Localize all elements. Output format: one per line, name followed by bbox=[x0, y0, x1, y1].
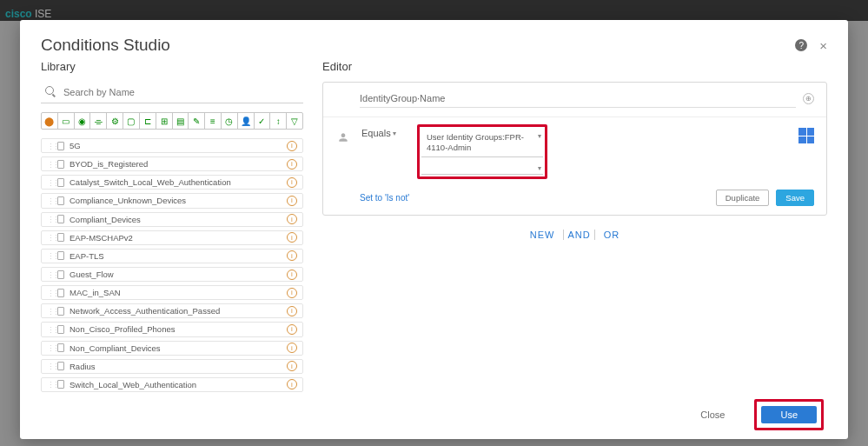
filter-wifi-icon[interactable]: ⌯ bbox=[90, 113, 107, 129]
condition-doc-icon bbox=[57, 289, 64, 297]
filter-filter-icon[interactable]: ▽ bbox=[287, 113, 302, 129]
drag-handle-icon[interactable] bbox=[47, 343, 52, 352]
use-highlight: Use bbox=[754, 399, 824, 430]
grid-view-icon[interactable] bbox=[798, 128, 814, 143]
help-icon[interactable]: ? bbox=[795, 39, 807, 51]
info-icon[interactable]: i bbox=[287, 343, 297, 353]
info-icon[interactable]: i bbox=[287, 159, 297, 170]
condition-doc-icon bbox=[57, 380, 64, 389]
filter-gear-icon[interactable]: ⚙ bbox=[107, 113, 123, 129]
library-item[interactable]: Network_Access_Authentication_Passedi bbox=[41, 303, 303, 318]
library-item[interactable]: EAP-MSCHAPv2i bbox=[41, 230, 303, 245]
drag-handle-icon[interactable] bbox=[47, 160, 52, 169]
filter-doc-icon[interactable]: ▤ bbox=[173, 113, 189, 129]
info-icon[interactable]: i bbox=[287, 141, 297, 151]
operator-select[interactable]: Equals▾ bbox=[361, 124, 408, 140]
library-list: 5GiBYOD_is_RegisterediCatalyst_Switch_Lo… bbox=[41, 138, 303, 392]
filter-clock-icon[interactable]: ◷ bbox=[222, 113, 238, 129]
library-item[interactable]: BYOD_is_Registeredi bbox=[41, 156, 303, 171]
library-item-label: Network_Access_Authentication_Passed bbox=[70, 306, 220, 316]
condition-doc-icon bbox=[57, 343, 64, 352]
additional-value-select[interactable]: ▾ bbox=[421, 161, 543, 175]
filter-laptop-icon[interactable]: ⊏ bbox=[140, 113, 156, 129]
condition-doc-icon bbox=[57, 215, 64, 223]
condition-doc-icon bbox=[57, 196, 64, 205]
library-item[interactable]: Non_Cisco_Profiled_Phonesi bbox=[41, 322, 303, 336]
info-icon[interactable]: i bbox=[287, 232, 297, 243]
library-item-label: Compliance_Unknown_Devices bbox=[70, 196, 186, 205]
value-highlight: User Identity Groups:FPR-4110-Admin▾ ▾ bbox=[417, 124, 547, 179]
identity-icon bbox=[335, 130, 351, 145]
drag-handle-icon[interactable] bbox=[47, 142, 52, 150]
condition-attribute-input[interactable]: IdentityGroup·Name bbox=[360, 90, 796, 108]
filter-tag-icon[interactable]: ◉ bbox=[75, 113, 91, 129]
library-item[interactable]: MAC_in_SANi bbox=[41, 285, 303, 300]
info-icon[interactable]: i bbox=[287, 214, 297, 224]
library-search-input[interactable] bbox=[41, 82, 303, 103]
info-icon[interactable]: i bbox=[287, 379, 297, 389]
and-button[interactable]: AND bbox=[563, 230, 594, 240]
library-item[interactable]: Non_Compliant_Devicesi bbox=[41, 341, 303, 356]
condition-doc-icon bbox=[57, 251, 64, 260]
filter-sort-icon[interactable]: ↕ bbox=[270, 113, 287, 129]
library-item[interactable]: Catalyst_Switch_Local_Web_Authentication… bbox=[41, 175, 303, 190]
filter-pencil-icon[interactable]: ✎ bbox=[189, 113, 205, 129]
condition-doc-icon bbox=[57, 270, 64, 279]
use-button[interactable]: Use bbox=[761, 406, 817, 423]
duplicate-button[interactable]: Duplicate bbox=[716, 190, 770, 206]
drag-handle-icon[interactable] bbox=[47, 215, 52, 223]
drag-handle-icon[interactable] bbox=[47, 362, 52, 370]
info-icon[interactable]: i bbox=[287, 306, 297, 316]
save-condition-icon[interactable]: ⊕ bbox=[803, 93, 814, 104]
library-item[interactable]: Compliance_Unknown_Devicesi bbox=[41, 193, 303, 208]
library-item[interactable]: Guest_Flowi bbox=[41, 267, 303, 282]
drag-handle-icon[interactable] bbox=[47, 233, 52, 242]
library-filter-toolbar: ⬤ ▭ ◉ ⌯ ⚙ ▢ ⊏ ⊞ ▤ ✎ ≡ ◷ 👤 ✓ ↕ ▽ bbox=[41, 112, 303, 130]
filter-user-icon[interactable]: 👤 bbox=[238, 113, 255, 129]
library-item[interactable]: Radiusi bbox=[41, 359, 303, 374]
info-icon[interactable]: i bbox=[287, 324, 297, 335]
library-item-label: EAP-MSCHAPv2 bbox=[70, 233, 133, 243]
filter-building-icon[interactable]: ⊞ bbox=[156, 113, 173, 129]
save-button[interactable]: Save bbox=[776, 190, 814, 206]
info-icon[interactable]: i bbox=[287, 288, 297, 298]
library-item-label: MAC_in_SAN bbox=[70, 288, 121, 297]
library-item[interactable]: Switch_Local_Web_Authenticationi bbox=[41, 377, 303, 392]
identity-group-value-select[interactable]: User Identity Groups:FPR-4110-Admin▾ bbox=[421, 129, 543, 157]
drag-handle-icon[interactable] bbox=[47, 289, 52, 297]
filter-monitor-icon[interactable]: ▢ bbox=[123, 113, 140, 129]
drag-handle-icon[interactable] bbox=[47, 307, 52, 316]
filter-check-icon[interactable]: ✓ bbox=[255, 113, 271, 129]
filter-location-icon[interactable]: ⬤ bbox=[42, 113, 58, 129]
info-icon[interactable]: i bbox=[287, 196, 297, 206]
info-icon[interactable]: i bbox=[287, 270, 297, 280]
info-icon[interactable]: i bbox=[287, 250, 297, 261]
library-item-label: Radius bbox=[70, 362, 96, 371]
filter-list-icon[interactable]: ≡ bbox=[205, 113, 222, 129]
set-is-not-link[interactable]: Set to 'Is not' bbox=[360, 193, 409, 203]
drag-handle-icon[interactable] bbox=[47, 196, 52, 205]
drag-handle-icon[interactable] bbox=[47, 380, 52, 389]
drag-handle-icon[interactable] bbox=[47, 270, 52, 279]
library-item-label: Non_Cisco_Profiled_Phones bbox=[70, 324, 175, 334]
close-icon[interactable]: × bbox=[819, 38, 827, 53]
info-icon[interactable]: i bbox=[287, 177, 297, 188]
library-item[interactable]: 5Gi bbox=[41, 138, 303, 153]
drag-handle-icon[interactable] bbox=[47, 251, 52, 260]
library-item-label: Guest_Flow bbox=[70, 270, 114, 279]
new-button[interactable]: NEW bbox=[527, 230, 559, 240]
info-icon[interactable]: i bbox=[287, 361, 297, 371]
library-item-label: Non_Compliant_Devices bbox=[70, 343, 161, 353]
library-item-label: BYOD_is_Registered bbox=[70, 159, 148, 169]
close-button[interactable]: Close bbox=[700, 409, 725, 420]
library-item-label: 5G bbox=[70, 141, 81, 150]
library-label: Library bbox=[41, 60, 303, 73]
library-item[interactable]: Compliant_Devicesi bbox=[41, 212, 303, 227]
library-item[interactable]: EAP-TLSi bbox=[41, 249, 303, 263]
filter-badge-icon[interactable]: ▭ bbox=[58, 113, 75, 129]
condition-doc-icon bbox=[57, 362, 64, 370]
condition-doc-icon bbox=[57, 325, 64, 334]
drag-handle-icon[interactable] bbox=[47, 325, 52, 334]
drag-handle-icon[interactable] bbox=[47, 178, 52, 187]
or-button[interactable]: OR bbox=[600, 230, 624, 240]
